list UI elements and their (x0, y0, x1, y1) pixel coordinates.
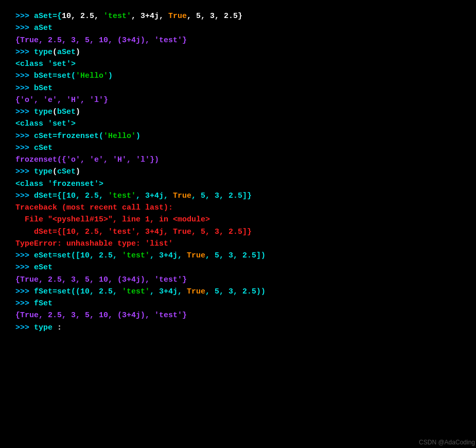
line-8: {'o', 'e', 'H', 'l'} (15, 94, 476, 106)
line-26: {True, 2.5, 3, 5, 10, (3+4j), 'test'} (15, 309, 476, 321)
line-3: {True, 2.5, 3, 5, 10, (3+4j), 'test'} (15, 35, 476, 46)
line-11: >>> cSet=frozenset('Hello') (15, 130, 476, 142)
line-7: >>> bSet (15, 82, 476, 94)
line-6: >>> bSet=set('Hello') (15, 70, 476, 82)
line-12: >>> cSet (15, 142, 476, 154)
line-13: frozenset({'o', 'e', 'H', 'l'}) (15, 154, 476, 166)
line-15: <class 'frozenset'> (15, 178, 476, 190)
line-19: dSet={[10, 2.5, 'test', 3+4j, True, 5, 3… (15, 226, 476, 238)
line-20: TypeError: unhashable type: 'list' (15, 238, 476, 250)
terminal-window: >>> aSet={10, 2.5, 'test', 3+4j, True, 5… (8, 5, 476, 448)
line-14: >>> type(cSet) (15, 166, 476, 178)
line-9: >>> type(bSet) (15, 106, 476, 118)
line-2: >>> aSet (15, 22, 476, 34)
line-10: <class 'set'> (15, 118, 476, 130)
line-17: Traceback (most recent call last): (15, 202, 476, 214)
line-25: >>> fSet (15, 298, 476, 309)
line-27: >>> type : (15, 322, 476, 334)
line-5: <class 'set'> (15, 58, 476, 70)
line-16: >>> dSet={[10, 2.5, 'test', 3+4j, True, … (15, 190, 476, 202)
terminal-content: >>> aSet={10, 2.5, 'test', 3+4j, True, 5… (8, 5, 476, 344)
line-21: >>> eSet=set([10, 2.5, 'test', 3+4j, Tru… (15, 250, 476, 262)
line-23: {True, 2.5, 3, 5, 10, (3+4j), 'test'} (15, 274, 476, 286)
line-1: >>> aSet={10, 2.5, 'test', 3+4j, True, 5… (15, 10, 476, 22)
line-22: >>> eSet (15, 262, 476, 273)
line-24: >>> fSet=set((10, 2.5, 'test', 3+4j, Tru… (15, 286, 476, 298)
watermark-text: CSDN @AdaCoding (419, 439, 475, 446)
line-4: >>> type(aSet) (15, 46, 476, 58)
line-18: File "<pyshell#15>", line 1, in <module> (15, 214, 476, 226)
